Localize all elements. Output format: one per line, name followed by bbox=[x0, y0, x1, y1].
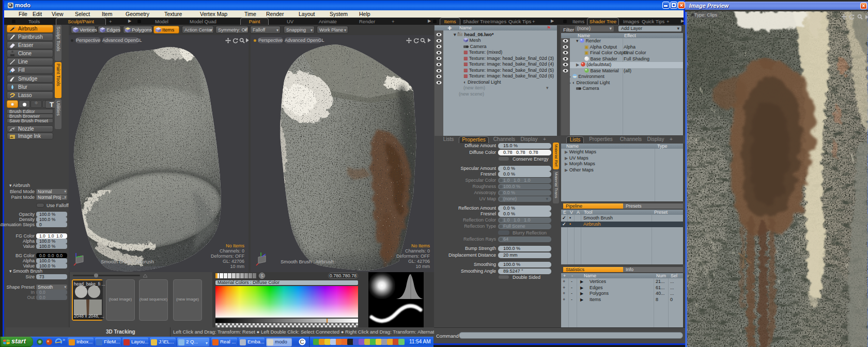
svg-text:C: C bbox=[300, 339, 304, 345]
